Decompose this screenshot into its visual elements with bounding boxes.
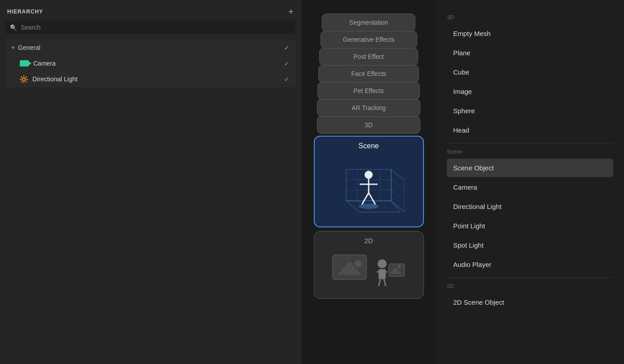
camera-check-icon: ✓ (284, 60, 289, 67)
add-button[interactable]: + (288, 7, 294, 16)
svg-line-17 (369, 193, 375, 204)
stack-tab-1[interactable]: Generative Effects (321, 31, 417, 49)
right-item-empty-mesh[interactable]: Empty Mesh (447, 24, 613, 43)
right-panel: 3DEmpty MeshPlaneCubeImageSphereHeadScen… (436, 0, 624, 364)
twod-visual (328, 248, 409, 293)
right-item-scene-object[interactable]: Scene Object (447, 159, 613, 177)
section-divider-1 (447, 277, 613, 278)
svg-line-11 (391, 180, 405, 190)
svg-point-13 (365, 171, 373, 179)
hierarchy-title: HIERARCHY (7, 9, 43, 15)
light-icon: 🔆 (20, 75, 28, 83)
directional-light-label: Directional Light (32, 75, 77, 83)
stack-tab-2[interactable]: Post Effect (319, 48, 418, 66)
scene-visual (328, 154, 409, 221)
svg-point-18 (359, 204, 379, 209)
hierarchy-item-camera[interactable]: Camera ✓ (5, 56, 295, 71)
stack-tab-3[interactable]: Face Effects (318, 65, 419, 83)
general-label: General (18, 44, 40, 51)
hierarchy-panel: HIERARCHY + 🔍 ▾ General ✓ Camera ✓ 🔆 Dir… (0, 0, 301, 364)
right-item-sphere[interactable]: Sphere (447, 102, 613, 120)
stack-tab-5[interactable]: AR Tracking (317, 99, 420, 117)
svg-line-12 (391, 190, 405, 201)
right-item-directional-light[interactable]: Directional Light (447, 197, 613, 216)
right-item-camera[interactable]: Camera (447, 178, 613, 196)
svg-line-26 (384, 279, 386, 286)
camera-icon (20, 60, 29, 67)
right-item-2d-scene-object[interactable]: 2D Scene Object (447, 293, 613, 311)
svg-point-21 (355, 260, 362, 267)
right-item-cube[interactable]: Cube (447, 63, 613, 81)
light-check-icon: ✓ (284, 76, 289, 83)
search-bar: 🔍 (5, 21, 295, 34)
camera-label: Camera (33, 60, 56, 67)
tabs-stack: SegmentationGenerative EffectsPost Effec… (310, 13, 427, 133)
svg-marker-10 (391, 169, 405, 212)
scene-card[interactable]: Scene (314, 136, 424, 227)
general-header[interactable]: ▾ General ✓ (5, 40, 295, 56)
twod-card-title: 2D (364, 237, 373, 244)
section-label-0: 3D (447, 14, 613, 21)
right-item-point-light[interactable]: Point Light (447, 217, 613, 235)
stack-tab-0[interactable]: Segmentation (322, 13, 415, 31)
right-item-audio-player[interactable]: Audio Player (447, 255, 613, 274)
svg-line-9 (380, 201, 391, 212)
svg-line-25 (379, 279, 380, 286)
hierarchy-header: HIERARCHY + (0, 0, 301, 21)
section-divider-0 (447, 143, 613, 143)
svg-line-16 (362, 193, 369, 204)
svg-point-22 (378, 259, 387, 268)
right-item-plane[interactable]: Plane (447, 44, 613, 62)
general-section: ▾ General ✓ Camera ✓ 🔆 Directional Light… (5, 40, 295, 87)
right-item-spot-light[interactable]: Spot Light (447, 236, 613, 254)
section-label-1: Scene (447, 149, 613, 155)
check-icon: ✓ (284, 44, 289, 51)
center-panel: SegmentationGenerative EffectsPost Effec… (301, 0, 436, 364)
svg-rect-23 (379, 269, 386, 279)
twod-card[interactable]: 2D (314, 231, 424, 299)
stack-tab-4[interactable]: Pet Effects (317, 82, 420, 100)
chevron-down-icon: ▾ (12, 44, 14, 51)
scene-card-title: Scene (358, 142, 379, 150)
search-icon: 🔍 (10, 24, 17, 31)
stack-tab-6[interactable]: 3D (317, 116, 420, 134)
right-item-head[interactable]: Head (447, 121, 613, 139)
hierarchy-item-directional-light[interactable]: 🔆 Directional Light ✓ (5, 71, 295, 87)
search-input[interactable] (21, 24, 291, 31)
right-item-image[interactable]: Image (447, 82, 613, 101)
section-label-2: 2D (447, 283, 613, 289)
svg-point-29 (397, 265, 401, 268)
